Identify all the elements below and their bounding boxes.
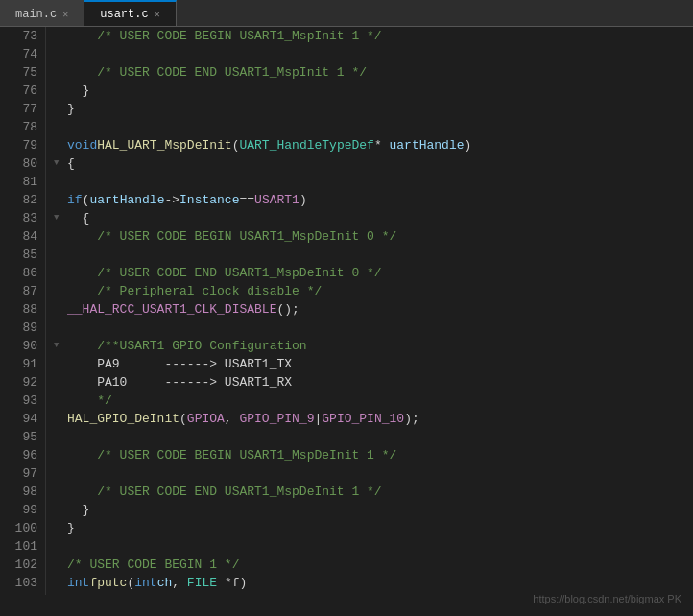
line-number: 73 — [6, 27, 37, 45]
code-line: /* Peripheral clock disable */ — [54, 282, 685, 300]
line-number: 92 — [6, 373, 37, 391]
line-number: 78 — [6, 118, 37, 136]
line-number: 79 — [6, 136, 37, 154]
code-line: } — [54, 82, 685, 100]
code-line: /* USER CODE END USART1_MspInit 1 */ — [54, 63, 685, 82]
code-line: /* USER CODE BEGIN USART1_MspInit 1 */ — [54, 27, 685, 45]
line-number: 95 — [6, 428, 37, 446]
line-number: 104 — [6, 592, 37, 595]
line-number: 97 — [6, 464, 37, 483]
code-line: ▼ { — [54, 209, 685, 227]
line-number: 90 — [6, 337, 37, 355]
code-line: } — [54, 501, 685, 519]
code-line: /* USER CODE END USART1_MspDeInit 1 */ — [54, 483, 685, 501]
tab-usart[interactable]: usart.c ✕ — [84, 0, 176, 26]
line-number: 87 — [6, 282, 37, 300]
code-line: /* USER CODE BEGIN USART1_MspDeInit 1 */ — [54, 446, 685, 464]
code-line: */ — [54, 391, 685, 410]
code-line — [54, 45, 685, 63]
code-line — [54, 428, 685, 446]
line-number: 81 — [6, 173, 37, 191]
tab-bar: main.c ✕ usart.c ✕ — [0, 0, 693, 27]
line-number-gutter: 7374757677787980818283848586878889909192… — [0, 27, 46, 595]
code-line: /* USER CODE BEGIN 1 */ — [54, 556, 685, 574]
line-number: 75 — [6, 63, 37, 82]
line-number: 77 — [6, 100, 37, 118]
code-line: /* USER CODE BEGIN USART1_MspDeInit 0 */ — [54, 227, 685, 246]
watermark: https://blog.csdn.net/bigmax PK — [533, 593, 681, 604]
fold-icon[interactable]: ▼ — [54, 592, 65, 595]
line-number: 82 — [6, 191, 37, 209]
code-line — [54, 537, 685, 556]
code-line — [54, 319, 685, 337]
code-line: if(uartHandle->Instance==USART1) — [54, 191, 685, 209]
fold-icon[interactable]: ▼ — [54, 154, 65, 166]
line-number: 80 — [6, 154, 37, 173]
line-number: 100 — [6, 519, 37, 537]
code-area[interactable]: /* USER CODE BEGIN USART1_MspInit 1 */ /… — [46, 27, 693, 595]
line-number: 94 — [6, 410, 37, 428]
line-number: 83 — [6, 209, 37, 227]
code-line — [54, 173, 685, 191]
line-number: 96 — [6, 446, 37, 464]
tab-usart-label: usart.c — [100, 8, 148, 21]
line-number: 91 — [6, 355, 37, 373]
line-number: 99 — [6, 501, 37, 519]
code-line: /* USER CODE END USART1_MspDeInit 0 */ — [54, 264, 685, 282]
fold-icon[interactable]: ▼ — [54, 209, 65, 221]
line-number: 89 — [6, 319, 37, 337]
editor-body: 7374757677787980818283848586878889909192… — [0, 27, 693, 595]
line-number: 101 — [6, 537, 37, 556]
line-number: 76 — [6, 82, 37, 100]
tab-usart-close[interactable]: ✕ — [155, 9, 160, 20]
line-number: 103 — [6, 574, 37, 592]
code-line — [54, 246, 685, 264]
code-line: int fputc(int ch, FILE *f) — [54, 574, 685, 592]
code-line: HAL_GPIO_DeInit(GPIOA, GPIO_PIN_9|GPIO_P… — [54, 410, 685, 428]
fold-icon[interactable]: ▼ — [54, 337, 65, 348]
line-number: 86 — [6, 264, 37, 282]
code-line: ▼ /**USART1 GPIO Configuration — [54, 337, 685, 355]
code-line: PA9 ------> USART1_TX — [54, 355, 685, 373]
line-number: 102 — [6, 556, 37, 574]
line-number: 74 — [6, 45, 37, 63]
code-line — [54, 464, 685, 483]
tab-main[interactable]: main.c ✕ — [0, 0, 84, 26]
code-line: __HAL_RCC_USART1_CLK_DISABLE(); — [54, 300, 685, 319]
code-line: ▼{ — [54, 154, 685, 173]
line-number: 85 — [6, 246, 37, 264]
tab-main-close[interactable]: ✕ — [62, 9, 68, 20]
line-number: 88 — [6, 300, 37, 319]
line-number: 98 — [6, 483, 37, 501]
code-line: PA10 ------> USART1_RX — [54, 373, 685, 391]
code-line: void HAL_UART_MspDeInit(UART_HandleTypeD… — [54, 136, 685, 154]
editor-container: main.c ✕ usart.c ✕ 737475767778798081828… — [0, 0, 693, 595]
line-number: 84 — [6, 227, 37, 246]
code-line — [54, 118, 685, 136]
line-number: 93 — [6, 391, 37, 410]
code-line: } — [54, 519, 685, 537]
tab-main-label: main.c — [15, 8, 57, 21]
code-line: } — [54, 100, 685, 118]
